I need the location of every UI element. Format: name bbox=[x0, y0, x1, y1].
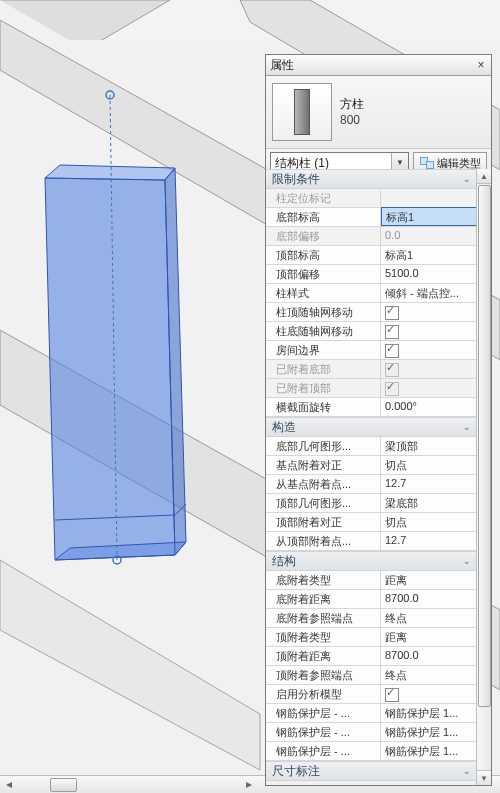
property-row[interactable]: 已附着顶部 bbox=[266, 379, 477, 398]
property-row[interactable]: 柱底随轴网移动 bbox=[266, 322, 477, 341]
property-row[interactable]: 顶部偏移5100.0 bbox=[266, 265, 477, 284]
scroll-left-arrow[interactable]: ◂ bbox=[0, 776, 18, 792]
property-row[interactable]: 顶部附着对正切点 bbox=[266, 513, 477, 532]
property-value[interactable] bbox=[381, 341, 477, 359]
collapse-icon[interactable]: ⌄ bbox=[463, 556, 471, 566]
property-value[interactable]: 距离 bbox=[381, 628, 477, 646]
property-value[interactable]: 终点 bbox=[381, 666, 477, 684]
property-row[interactable]: 顶部几何图形...梁底部 bbox=[266, 494, 477, 513]
checkbox bbox=[385, 382, 399, 396]
property-label: 从基点附着点... bbox=[266, 475, 381, 493]
property-label: 房间边界 bbox=[266, 341, 381, 359]
property-value[interactable] bbox=[381, 322, 477, 340]
property-row[interactable]: 钢筋保护层 - ...钢筋保护层 1... bbox=[266, 723, 477, 742]
property-value[interactable]: 8700.0 bbox=[381, 590, 477, 608]
scroll-up-arrow[interactable]: ▲ bbox=[477, 169, 491, 184]
property-row[interactable]: 底部几何图形...梁顶部 bbox=[266, 437, 477, 456]
property-row[interactable]: 钢筋保护层 - ...钢筋保护层 1... bbox=[266, 704, 477, 723]
property-value[interactable] bbox=[381, 303, 477, 321]
property-label: 顶部几何图形... bbox=[266, 494, 381, 512]
type-thumbnail bbox=[272, 83, 332, 141]
property-row[interactable]: 柱样式倾斜 - 端点控... bbox=[266, 284, 477, 303]
section-title: 限制条件 bbox=[272, 171, 320, 188]
svg-marker-12 bbox=[45, 165, 175, 180]
property-value[interactable]: 梁底部 bbox=[381, 494, 477, 512]
property-label: 顶部标高 bbox=[266, 246, 381, 264]
property-row[interactable]: 底部标高标高1 bbox=[266, 208, 477, 227]
column-icon bbox=[294, 89, 310, 135]
section-header[interactable]: 限制条件⌄ bbox=[266, 169, 477, 189]
selected-column[interactable] bbox=[45, 165, 186, 560]
property-row[interactable]: 底部偏移0.0 bbox=[266, 227, 477, 246]
property-value[interactable]: 8700.0 bbox=[381, 647, 477, 665]
section-title: 构造 bbox=[272, 419, 296, 436]
scroll-thumb[interactable] bbox=[50, 778, 77, 792]
property-value[interactable]: 终点 bbox=[381, 609, 477, 627]
section-header[interactable]: 尺寸标注⌄ bbox=[266, 761, 477, 781]
property-value[interactable]: 12.7 bbox=[381, 475, 477, 493]
property-row[interactable]: 钢筋保护层 - ...钢筋保护层 1... bbox=[266, 742, 477, 761]
property-value[interactable]: 梁顶部 bbox=[381, 437, 477, 455]
property-value[interactable]: 切点 bbox=[381, 513, 477, 531]
checkbox[interactable] bbox=[385, 688, 399, 702]
property-value[interactable]: 12.7 bbox=[381, 532, 477, 550]
property-row[interactable]: 横截面旋转0.000° bbox=[266, 398, 477, 417]
property-value[interactable] bbox=[381, 685, 477, 703]
svg-marker-11 bbox=[45, 178, 175, 560]
property-value[interactable]: 倾斜 - 端点控... bbox=[381, 284, 477, 302]
property-value[interactable]: 标高1 bbox=[381, 246, 477, 264]
vscroll-thumb[interactable] bbox=[478, 185, 491, 707]
property-value bbox=[381, 189, 477, 207]
property-label: 横截面旋转 bbox=[266, 398, 381, 416]
property-value[interactable]: 钢筋保护层 1... bbox=[381, 723, 477, 741]
property-row[interactable]: 基点附着对正切点 bbox=[266, 456, 477, 475]
property-label: 顶部附着对正 bbox=[266, 513, 381, 531]
property-row[interactable]: 已附着底部 bbox=[266, 360, 477, 379]
property-row[interactable]: 从基点附着点...12.7 bbox=[266, 475, 477, 494]
properties-vertical-scrollbar[interactable]: ▲ ▼ bbox=[476, 169, 491, 785]
property-value[interactable]: 钢筋保护层 1... bbox=[381, 742, 477, 760]
property-value bbox=[381, 360, 477, 378]
scroll-down-arrow[interactable]: ▼ bbox=[477, 770, 491, 785]
property-row[interactable]: 顶部标高标高1 bbox=[266, 246, 477, 265]
collapse-icon[interactable]: ⌄ bbox=[463, 174, 471, 184]
property-row[interactable]: 顶附着参照端点终点 bbox=[266, 666, 477, 685]
checkbox[interactable] bbox=[385, 325, 399, 339]
properties-titlebar[interactable]: 属性 × bbox=[266, 55, 491, 76]
section-header[interactable]: 结构⌄ bbox=[266, 551, 477, 571]
property-label: 柱顶随轴网移动 bbox=[266, 303, 381, 321]
collapse-icon[interactable]: ⌄ bbox=[463, 422, 471, 432]
property-label: 底附着距离 bbox=[266, 590, 381, 608]
property-row[interactable]: 底附着类型距离 bbox=[266, 571, 477, 590]
property-row[interactable]: 从顶部附着点...12.7 bbox=[266, 532, 477, 551]
property-value[interactable]: 5100.0 bbox=[381, 265, 477, 283]
property-value[interactable]: 距离 bbox=[381, 571, 477, 589]
section-title: 尺寸标注 bbox=[272, 763, 320, 780]
section-header[interactable]: 构造⌄ bbox=[266, 417, 477, 437]
property-row[interactable]: 顶附着类型距离 bbox=[266, 628, 477, 647]
property-row[interactable]: 启用分析模型 bbox=[266, 685, 477, 704]
checkbox[interactable] bbox=[385, 344, 399, 358]
property-value[interactable]: 钢筋保护层 1... bbox=[381, 704, 477, 722]
property-row[interactable]: 柱顶随轴网移动 bbox=[266, 303, 477, 322]
property-label: 底部几何图形... bbox=[266, 437, 381, 455]
property-row[interactable]: 底附着参照端点终点 bbox=[266, 609, 477, 628]
property-row[interactable]: 柱定位标记 bbox=[266, 189, 477, 208]
property-value[interactable]: 0.000° bbox=[381, 398, 477, 416]
property-row[interactable]: 顶附着距离8700.0 bbox=[266, 647, 477, 666]
property-row[interactable]: 底附着距离8700.0 bbox=[266, 590, 477, 609]
type-selector-header[interactable]: 方柱 800 bbox=[266, 76, 491, 149]
checkbox bbox=[385, 363, 399, 377]
property-row[interactable]: 房间边界 bbox=[266, 341, 477, 360]
property-label: 底附着参照端点 bbox=[266, 609, 381, 627]
property-value[interactable]: 切点 bbox=[381, 456, 477, 474]
property-value[interactable]: 标高1 bbox=[381, 207, 477, 226]
scroll-right-arrow[interactable]: ▸ bbox=[240, 776, 258, 792]
property-label: 顶附着参照端点 bbox=[266, 666, 381, 684]
close-icon[interactable]: × bbox=[473, 57, 489, 73]
checkbox[interactable] bbox=[385, 306, 399, 320]
property-label: 底部偏移 bbox=[266, 227, 381, 245]
collapse-icon[interactable]: ⌄ bbox=[463, 766, 471, 776]
property-label: 底附着类型 bbox=[266, 571, 381, 589]
property-value bbox=[381, 379, 477, 397]
